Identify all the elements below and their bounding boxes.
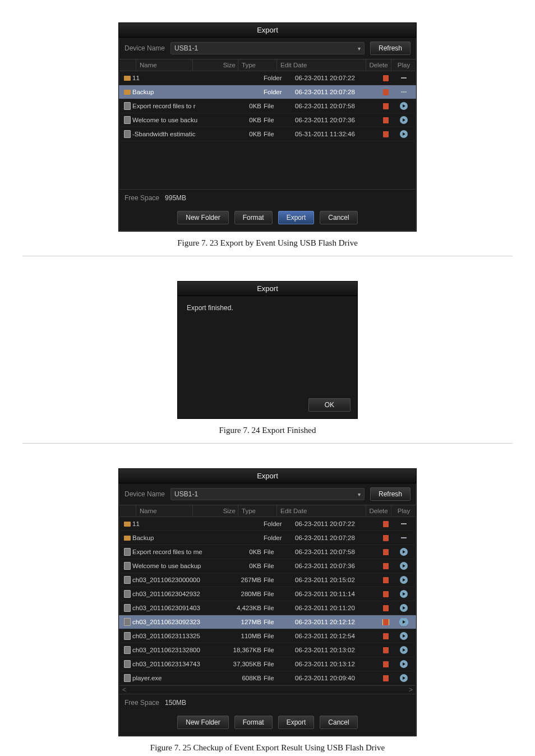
format-button[interactable]: Format xyxy=(234,211,273,224)
table-row[interactable]: player.exe608KBFile06-23-2011 20:09:40 xyxy=(119,671,416,685)
cell-date: 06-23-2011 20:11:14 xyxy=(295,591,377,597)
play-icon[interactable] xyxy=(400,576,408,584)
file-icon xyxy=(124,660,131,668)
free-space-label: Free Space xyxy=(124,699,159,707)
trash-icon[interactable] xyxy=(383,103,389,109)
horizontal-scrollbar[interactable]: < > xyxy=(119,685,416,694)
col-type: Type xyxy=(238,59,277,71)
play-icon[interactable] xyxy=(400,632,408,640)
format-button[interactable]: Format xyxy=(234,716,273,729)
play-icon[interactable] xyxy=(400,674,408,682)
device-select[interactable]: USB1-1 ▾ xyxy=(170,488,365,500)
play-icon[interactable] xyxy=(400,102,408,110)
trash-icon[interactable] xyxy=(383,633,389,639)
cell-type: File xyxy=(264,563,295,569)
trash-icon[interactable] xyxy=(383,619,389,625)
cell-date: 06-23-2011 20:07:58 xyxy=(295,103,377,109)
export-button[interactable]: Export xyxy=(278,211,315,224)
cell-size: 4,423KB xyxy=(222,605,264,611)
table-row[interactable]: 11Folder06-23-2011 20:07:22 xyxy=(119,517,416,531)
cell-date: 06-23-2011 20:07:58 xyxy=(295,548,377,555)
table-row[interactable]: ch03_20110623000000267MBFile06-23-2011 2… xyxy=(119,573,416,587)
trash-icon[interactable] xyxy=(383,535,389,541)
no-play-icon xyxy=(401,91,407,93)
cell-date: 06-23-2011 20:07:28 xyxy=(295,89,377,95)
cell-size: 0KB xyxy=(222,131,264,137)
cell-name: Welcome to use backup xyxy=(132,563,222,569)
export-button[interactable]: Export xyxy=(278,716,315,729)
table-row[interactable]: BackupFolder06-23-2011 20:07:28 xyxy=(119,531,416,545)
export-window-7-23: Export Device Name USB1-1 ▾ Refresh Name… xyxy=(118,22,417,232)
play-icon[interactable] xyxy=(400,130,408,138)
cell-date: 06-23-2011 20:09:40 xyxy=(295,675,377,681)
play-icon[interactable] xyxy=(400,618,408,626)
trash-icon[interactable] xyxy=(383,89,389,95)
device-select[interactable]: USB1-1 ▾ xyxy=(170,42,365,54)
folder-icon xyxy=(124,536,131,541)
table-row[interactable]: ch03_2011062313474337,305KBFile06-23-201… xyxy=(119,657,416,671)
table-row[interactable]: ch03_20110623092323127MBFile06-23-2011 2… xyxy=(119,615,416,629)
table-row[interactable]: ch03_20110623113325110MBFile06-23-2011 2… xyxy=(119,629,416,643)
trash-icon[interactable] xyxy=(383,591,389,597)
new-folder-button[interactable]: New Folder xyxy=(177,211,228,224)
play-icon[interactable] xyxy=(400,548,408,556)
col-size: Size xyxy=(193,59,238,71)
col-delete: Delete xyxy=(366,59,391,71)
free-space-label: Free Space xyxy=(124,194,159,202)
table-row[interactable]: Export record files to me0KBFile06-23-20… xyxy=(119,545,416,559)
dialog-title: Export xyxy=(178,282,357,296)
table-row[interactable]: ch03_20110623042932280MBFile06-23-2011 2… xyxy=(119,587,416,601)
play-icon[interactable] xyxy=(400,590,408,598)
new-folder-button[interactable]: New Folder xyxy=(177,716,228,729)
cell-size: 0KB xyxy=(222,563,264,569)
trash-icon[interactable] xyxy=(383,563,389,569)
trash-icon[interactable] xyxy=(383,131,389,137)
cancel-button[interactable]: Cancel xyxy=(320,211,357,224)
cell-name: Welcome to use backu xyxy=(132,117,222,123)
trash-icon[interactable] xyxy=(383,577,389,583)
cell-date: 06-23-2011 20:07:22 xyxy=(295,75,377,81)
table-row[interactable]: -Sbandwidth estimatic0KBFile05-31-2011 1… xyxy=(119,127,416,141)
table-row[interactable]: 11Folder06-23-2011 20:07:22 xyxy=(119,71,416,85)
ok-button[interactable]: OK xyxy=(308,398,350,412)
table-row[interactable]: ch03_201106230914034,423KBFile06-23-2011… xyxy=(119,601,416,615)
refresh-button[interactable]: Refresh xyxy=(370,42,411,55)
col-type: Type xyxy=(238,505,277,517)
refresh-button[interactable]: Refresh xyxy=(370,487,411,501)
folder-icon xyxy=(124,76,131,81)
trash-icon[interactable] xyxy=(383,605,389,611)
cell-name: Export record files to r xyxy=(132,103,222,109)
play-icon[interactable] xyxy=(400,646,408,654)
cell-type: Folder xyxy=(264,534,295,541)
trash-icon[interactable] xyxy=(383,661,389,667)
cell-date: 06-23-2011 20:12:12 xyxy=(295,619,377,625)
file-icon xyxy=(124,618,131,626)
play-icon[interactable] xyxy=(400,604,408,612)
file-icon xyxy=(124,548,131,556)
table-row[interactable]: BackupFolder06-23-2011 20:07:28 xyxy=(119,85,416,99)
file-icon xyxy=(124,604,131,612)
file-icon xyxy=(124,632,131,640)
play-icon[interactable] xyxy=(400,116,408,124)
table-row[interactable]: ch03_2011062313280018,367KBFile06-23-201… xyxy=(119,643,416,657)
cancel-button[interactable]: Cancel xyxy=(320,716,357,729)
trash-icon[interactable] xyxy=(383,117,389,123)
play-icon[interactable] xyxy=(400,660,408,668)
cell-type: File xyxy=(264,633,295,639)
trash-icon[interactable] xyxy=(383,675,389,681)
play-icon[interactable] xyxy=(400,562,408,570)
cell-date: 06-23-2011 20:07:36 xyxy=(295,117,377,123)
trash-icon[interactable] xyxy=(383,647,389,653)
cell-name: player.exe xyxy=(132,675,222,681)
table-row[interactable]: Export record files to r0KBFile06-23-201… xyxy=(119,99,416,113)
cell-name: ch03_20110623042932 xyxy=(132,591,222,597)
trash-icon[interactable] xyxy=(383,521,389,527)
col-play: Play xyxy=(391,505,416,517)
trash-icon[interactable] xyxy=(383,549,389,555)
cell-type: Folder xyxy=(264,89,295,95)
table-header: Name Size Type Edit Date Delete Play xyxy=(119,59,416,71)
table-row[interactable]: Welcome to use backup0KBFile06-23-2011 2… xyxy=(119,559,416,573)
cell-size: 0KB xyxy=(222,103,264,109)
trash-icon[interactable] xyxy=(383,75,389,81)
table-row[interactable]: Welcome to use backu0KBFile06-23-2011 20… xyxy=(119,113,416,127)
